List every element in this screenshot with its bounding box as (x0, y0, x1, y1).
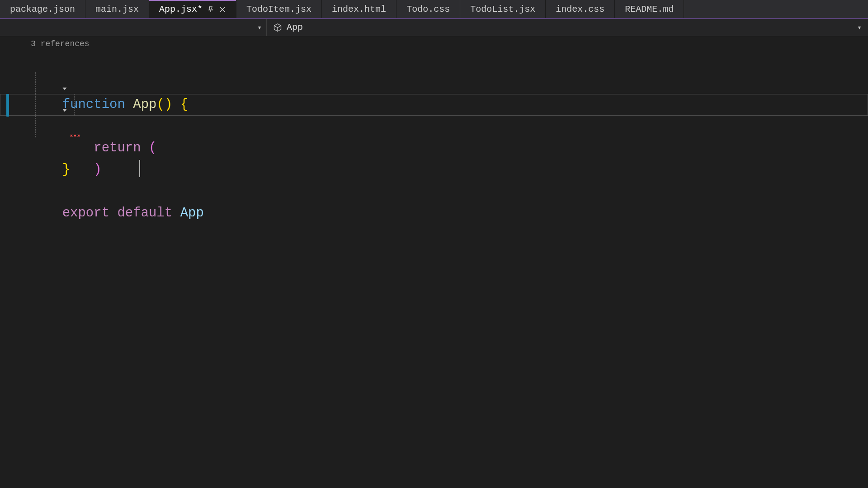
close-icon[interactable] (219, 6, 226, 13)
code-line[interactable]: return ( (0, 72, 868, 94)
tab-todoitem-jsx[interactable]: TodoItem.jsx (236, 0, 322, 19)
token-keyword: default (117, 206, 172, 221)
tab-label: App.jsx* (159, 4, 203, 14)
editor-tab-bar: package.json main.jsx App.jsx* TodoItem.… (0, 0, 868, 19)
tab-todo-css[interactable]: Todo.css (396, 0, 460, 19)
tab-label: index.css (556, 4, 604, 14)
code-line-blank[interactable] (0, 159, 868, 181)
tab-label: index.html (332, 4, 386, 14)
code-line[interactable]: } (0, 137, 868, 159)
token-identifier: App (180, 206, 204, 221)
tab-label: main.jsx (95, 4, 139, 14)
fold-icon[interactable] (14, 57, 22, 66)
breadcrumb-symbol: App (287, 22, 303, 33)
fold-icon[interactable] (14, 79, 22, 87)
tab-main-jsx[interactable]: main.jsx (85, 0, 149, 19)
token-keyword: export (62, 206, 109, 221)
error-squiggle (70, 135, 80, 136)
module-icon (273, 23, 282, 32)
tab-app-jsx[interactable]: App.jsx* (149, 0, 236, 19)
code-line[interactable]: function App() { (0, 51, 868, 72)
pin-icon[interactable] (207, 6, 214, 13)
tab-label: README.md (625, 4, 674, 14)
scope-dropdown[interactable]: ▾ (0, 19, 267, 36)
tab-todolist-jsx[interactable]: TodoList.jsx (460, 0, 546, 19)
tab-readme-md[interactable]: README.md (615, 0, 684, 19)
codelens-references[interactable]: 3 references (0, 37, 868, 51)
breadcrumb-bar: ▾ App ▾ (0, 19, 868, 36)
code-line-current[interactable] (0, 94, 868, 116)
symbol-dropdown[interactable]: App ▾ (267, 19, 868, 36)
code-line[interactable]: export default App (0, 181, 868, 202)
tab-label: TodoItem.jsx (246, 4, 311, 14)
tab-index-css[interactable]: index.css (546, 0, 615, 19)
tab-label: package.json (10, 4, 75, 14)
code-editor[interactable]: 3 references function App() { return ( )… (0, 36, 868, 202)
tab-label: TodoList.jsx (470, 4, 535, 14)
code-line[interactable]: ) (0, 116, 868, 137)
tab-label: Todo.css (406, 4, 450, 14)
tab-package-json[interactable]: package.json (0, 0, 85, 19)
chevron-down-icon: ▾ (257, 23, 262, 32)
tab-index-html[interactable]: index.html (322, 0, 396, 19)
gutter-change-indicator (6, 94, 9, 117)
chevron-down-icon: ▾ (857, 23, 862, 32)
